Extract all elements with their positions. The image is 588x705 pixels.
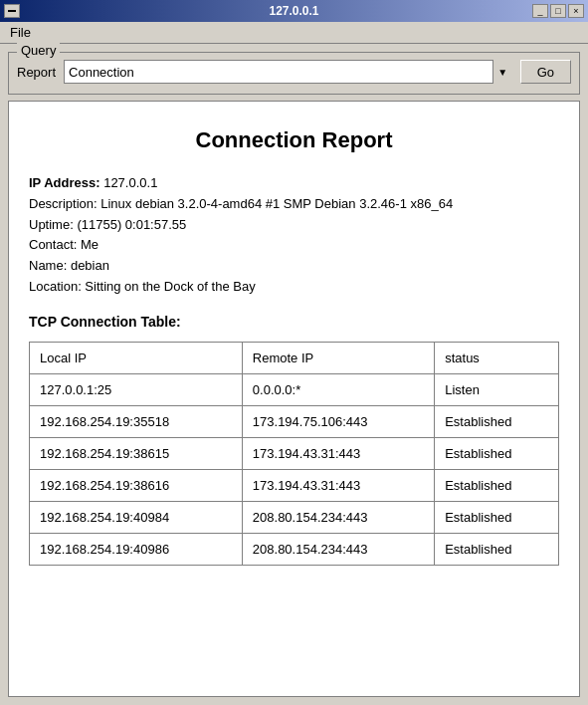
table-row: 127.0.0.1:250.0.0.0:*Listen xyxy=(30,373,559,405)
table-cell: 208.80.154.234:443 xyxy=(242,501,434,533)
menu-bar: File xyxy=(0,22,588,44)
table-cell: Established xyxy=(435,469,559,501)
table-row: 192.168.254.19:38616173.194.43.31:443Est… xyxy=(30,469,559,501)
table-cell: 192.168.254.19:38616 xyxy=(30,469,243,501)
table-row: 192.168.254.19:40986208.80.154.234:443Es… xyxy=(30,533,559,565)
query-group: Query Report Connection ▼ Go xyxy=(8,52,580,95)
ip-line: IP Address: 127.0.0.1 xyxy=(29,173,559,194)
table-cell: Established xyxy=(435,405,559,437)
table-cell: 173.194.43.31:443 xyxy=(242,437,434,469)
table-cell: Listen xyxy=(435,373,559,405)
ip-label: IP Address: xyxy=(29,175,100,190)
window-body: Query Report Connection ▼ Go Connection … xyxy=(0,44,588,705)
close-button[interactable]: × xyxy=(568,4,584,18)
table-cell: 192.168.254.19:40984 xyxy=(30,501,243,533)
table-header-row: Local IP Remote IP status xyxy=(30,342,559,373)
window-title: 127.0.0.1 xyxy=(56,4,532,18)
query-row: Report Connection ▼ Go xyxy=(17,60,571,84)
table-cell: 173.194.43.31:443 xyxy=(242,469,434,501)
table-cell: Established xyxy=(435,533,559,565)
report-label: Report xyxy=(17,65,56,80)
uptime-line: Uptime: (11755) 0:01:57.55 xyxy=(29,215,559,236)
info-section: IP Address: 127.0.0.1 Description: Linux… xyxy=(29,173,559,298)
group-label: Query xyxy=(17,43,60,58)
window-controls: _ □ × xyxy=(532,4,584,18)
title-bar: 127.0.0.1 _ □ × xyxy=(0,0,588,22)
table-row: 192.168.254.19:35518173.194.75.106:443Es… xyxy=(30,405,559,437)
go-button[interactable]: Go xyxy=(520,60,571,84)
table-row: 192.168.254.19:40984208.80.154.234:443Es… xyxy=(30,501,559,533)
table-row: 192.168.254.19:38615173.194.43.31:443Est… xyxy=(30,437,559,469)
tcp-heading: TCP Connection Table: xyxy=(29,314,559,330)
table-cell: Established xyxy=(435,437,559,469)
description-line: Description: Linux debian 3.2.0-4-amd64 … xyxy=(29,194,559,215)
table-cell: 192.168.254.19:38615 xyxy=(30,437,243,469)
system-menu-button[interactable] xyxy=(4,4,20,18)
table-cell: 192.168.254.19:40986 xyxy=(30,533,243,565)
maximize-button[interactable]: □ xyxy=(550,4,566,18)
report-select[interactable]: Connection xyxy=(64,60,512,84)
minimize-button[interactable]: _ xyxy=(532,4,548,18)
table-cell: 127.0.0.1:25 xyxy=(30,373,243,405)
contact-line: Contact: Me xyxy=(29,235,559,256)
content-area[interactable]: Connection Report IP Address: 127.0.0.1 … xyxy=(8,101,580,697)
connection-table: Local IP Remote IP status 127.0.0.1:250.… xyxy=(29,342,559,566)
svg-rect-0 xyxy=(8,10,16,12)
col-status: status xyxy=(435,342,559,373)
report-title: Connection Report xyxy=(29,127,559,153)
col-remote-ip: Remote IP xyxy=(242,342,434,373)
name-line: Name: debian xyxy=(29,256,559,277)
table-cell: 173.194.75.106:443 xyxy=(242,405,434,437)
table-cell: 208.80.154.234:443 xyxy=(242,533,434,565)
file-menu[interactable]: File xyxy=(4,23,37,42)
ip-value: 127.0.0.1 xyxy=(103,175,157,190)
table-cell: Established xyxy=(435,501,559,533)
table-cell: 0.0.0.0:* xyxy=(242,373,434,405)
location-line: Location: Sitting on the Dock of the Bay xyxy=(29,277,559,298)
col-local-ip: Local IP xyxy=(30,342,243,373)
report-select-wrapper[interactable]: Connection ▼ xyxy=(64,60,512,84)
table-cell: 192.168.254.19:35518 xyxy=(30,405,243,437)
